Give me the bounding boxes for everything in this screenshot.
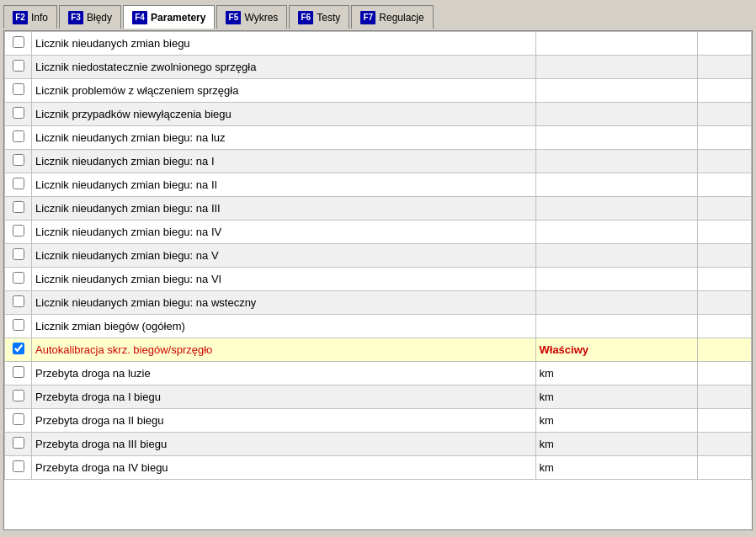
row-value-16: km [535,409,697,433]
table-row: Licznik nieudanych zmian biegu: na I [5,150,752,173]
row-value-3 [535,103,697,126]
tab-parametery[interactable]: F4Parametery [123,5,215,29]
row-checkbox-9[interactable] [13,248,24,260]
table-row: Licznik nieudanych zmian biegu: na VI [5,268,752,291]
row-name-8: Licznik nieudanych zmian biegu: na IV [32,221,535,244]
tab-testy[interactable]: F6Testy [289,5,349,29]
check-cell-18[interactable] [5,456,32,480]
row-extra-0 [697,32,751,56]
table-row: Licznik nieudanych zmian biegu: na wstec… [5,291,752,315]
check-cell-12[interactable] [5,315,32,338]
check-cell-5[interactable] [5,150,32,173]
row-checkbox-10[interactable] [13,272,24,284]
check-cell-4[interactable] [5,126,32,150]
row-checkbox-7[interactable] [13,201,24,213]
tab-key-4: F6 [298,11,313,24]
tab-błedy[interactable]: F3Błędy [59,5,121,29]
row-checkbox-3[interactable] [13,107,24,119]
row-name-13: Autokalibracja skrz. biegów/sprzęgło [32,338,535,362]
row-extra-5 [697,150,751,173]
row-name-18: Przebyta droga na IV biegu [32,456,535,480]
row-checkbox-12[interactable] [13,319,24,331]
row-value-17: km [535,433,697,456]
row-value-1 [535,56,697,79]
row-value-2 [535,79,697,103]
row-name-17: Przebyta droga na III biegu [32,433,535,456]
row-extra-1 [697,56,751,79]
tab-key-5: F7 [360,11,375,24]
tab-label-1: Błędy [87,12,112,24]
row-extra-2 [697,79,751,103]
check-cell-13[interactable] [5,338,32,362]
row-name-11: Licznik nieudanych zmian biegu: na wstec… [32,291,535,315]
row-checkbox-14[interactable] [13,366,24,378]
check-cell-17[interactable] [5,433,32,456]
check-cell-1[interactable] [5,56,32,79]
row-checkbox-15[interactable] [13,390,24,401]
check-cell-2[interactable] [5,79,32,103]
row-checkbox-1[interactable] [13,60,24,72]
check-cell-10[interactable] [5,268,32,291]
row-value-6 [535,173,697,197]
tab-key-0: F2 [13,11,28,24]
row-checkbox-17[interactable] [13,437,24,449]
table-row: Przebyta droga na IV biegukm [5,456,752,480]
row-extra-11 [697,291,751,315]
row-checkbox-18[interactable] [13,460,24,472]
row-name-6: Licznik nieudanych zmian biegu: na II [32,173,535,197]
check-cell-3[interactable] [5,103,32,126]
row-extra-12 [697,315,751,338]
row-extra-13 [697,338,751,362]
check-cell-8[interactable] [5,221,32,244]
row-name-12: Licznik zmian biegów (ogółem) [32,315,535,338]
row-extra-8 [697,221,751,244]
row-checkbox-11[interactable] [13,295,24,307]
check-cell-11[interactable] [5,291,32,315]
row-extra-15 [697,385,751,409]
row-value-14: km [535,362,697,385]
row-checkbox-0[interactable] [13,36,24,48]
row-checkbox-8[interactable] [13,225,24,237]
row-name-5: Licznik nieudanych zmian biegu: na I [32,150,535,173]
row-name-14: Przebyta droga na luzie [32,362,535,385]
check-cell-0[interactable] [5,32,32,56]
check-cell-14[interactable] [5,362,32,385]
row-value-11 [535,291,697,315]
check-cell-15[interactable] [5,385,32,409]
table-row: Przebyta droga na III biegukm [5,433,752,456]
row-name-0: Licznik nieudanych zmian biegu [32,32,535,56]
row-checkbox-13[interactable] [13,343,24,354]
row-extra-7 [697,197,751,221]
row-name-15: Przebyta droga na I biegu [32,385,535,409]
tab-regulacje[interactable]: F7Regulacje [351,5,433,29]
tab-label-5: Regulacje [379,12,423,24]
row-name-1: Licznik niedostatecznie zwolnionego sprz… [32,56,535,79]
row-checkbox-4[interactable] [13,130,24,142]
row-checkbox-5[interactable] [13,154,24,166]
table-row: Licznik nieudanych zmian biegu: na V [5,244,752,268]
row-name-3: Licznik przypadków niewyłączenia biegu [32,103,535,126]
row-extra-18 [697,456,751,480]
tab-info[interactable]: F2Info [3,5,57,29]
row-name-16: Przebyta droga na II biegu [32,409,535,433]
table-row: Licznik przypadków niewyłączenia biegu [5,103,752,126]
table-container[interactable]: Licznik nieudanych zmian bieguLicznik ni… [4,31,752,529]
tab-label-2: Parametery [151,12,205,24]
check-cell-9[interactable] [5,244,32,268]
row-value-15: km [535,385,697,409]
table-row: Przebyta droga na luziekm [5,362,752,385]
tab-key-3: F5 [226,11,241,24]
tab-label-0: Info [31,12,48,24]
row-checkbox-2[interactable] [13,83,24,95]
check-cell-16[interactable] [5,409,32,433]
table-row: Autokalibracja skrz. biegów/sprzęgłoWłaś… [5,338,752,362]
check-cell-6[interactable] [5,173,32,197]
row-name-10: Licznik nieudanych zmian biegu: na VI [32,268,535,291]
check-cell-7[interactable] [5,197,32,221]
table-row: Przebyta droga na II biegukm [5,409,752,433]
row-value-0 [535,32,697,56]
tab-wykres[interactable]: F5Wykres [216,5,287,29]
row-checkbox-6[interactable] [13,178,24,189]
row-value-18: km [535,456,697,480]
row-checkbox-16[interactable] [13,413,24,425]
